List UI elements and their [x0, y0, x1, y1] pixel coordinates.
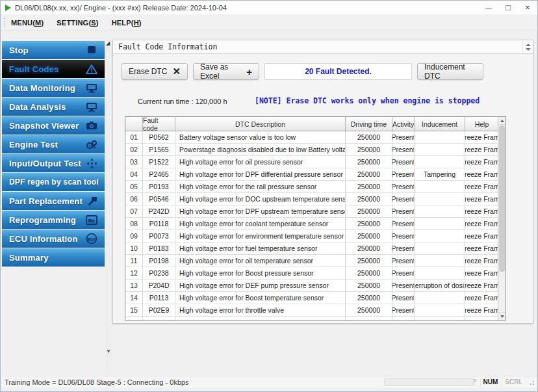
- row-number: 12: [125, 267, 143, 279]
- sidebar-item-reprogramming[interactable]: Reprogramming Re: [2, 211, 105, 229]
- freeze-frame-link[interactable]: Freeze Frame: [465, 131, 498, 143]
- scroll-up-icon[interactable]: [498, 117, 506, 125]
- table-row[interactable]: 06P0546High voltage error for DOC upstre…: [125, 193, 506, 205]
- activity: Present: [392, 131, 415, 143]
- sidebar-item-label: Engine Test: [9, 140, 58, 150]
- activity: Present: [392, 218, 415, 229]
- row-number: 07: [125, 205, 143, 217]
- svg-text:ECU: ECU: [88, 237, 96, 241]
- inducement-dtc-button[interactable]: Inducement DTC: [417, 63, 483, 80]
- table-row[interactable]: 02P1565Powerstage diagnosis disabled due…: [125, 144, 506, 156]
- sidebar-item-data-analysis[interactable]: Data Analysis: [2, 98, 105, 116]
- sidebar-item-stop[interactable]: Stop: [2, 41, 105, 59]
- freeze-frame-link[interactable]: Freeze Frame: [465, 205, 498, 217]
- sidebar-item-ecu-information[interactable]: ECU Information ECU: [2, 229, 105, 248]
- scroll-lock-indicator: SCRL: [502, 378, 525, 386]
- table-row[interactable]: 01P0562Battery voltage sensor value is t…: [125, 131, 506, 144]
- menu-label: MENU(: [11, 19, 35, 27]
- sidebar-item-data-monitoring[interactable]: Data Monitoring: [2, 79, 105, 97]
- table-row[interactable]: 04P2465High voltage error for DPF differ…: [125, 168, 506, 181]
- inducement: [415, 144, 465, 155]
- close-button[interactable]: ✕: [518, 1, 537, 14]
- table-row[interactable]: 11P0198High voltage error for oil temper…: [125, 255, 506, 267]
- activity: Present: [392, 193, 415, 205]
- scrollbar-thumb[interactable]: [499, 125, 505, 272]
- table-row[interactable]: 03P1522High voltage error for oil pressu…: [125, 156, 506, 168]
- maximize-button[interactable]: □: [498, 1, 518, 14]
- activity: Present: [392, 267, 415, 279]
- chevron-down-icon[interactable]: [526, 48, 531, 51]
- table-row[interactable]: 15P02E9High voltage error for throttle v…: [125, 304, 506, 317]
- re-badge-icon: Re: [84, 214, 99, 226]
- erase-dtc-button[interactable]: Erase DTC ✕: [122, 63, 188, 80]
- sidebar-item-dpf-regen[interactable]: DPF regen by scan tool: [2, 173, 105, 191]
- table-scrollbar[interactable]: [498, 117, 506, 320]
- sidebar-item-label: Summary: [9, 253, 49, 263]
- header-fault-code: Fault code: [143, 117, 175, 131]
- freeze-frame-link[interactable]: Freeze Frame: [465, 193, 498, 205]
- freeze-frame-link[interactable]: Freeze Frame: [465, 304, 498, 316]
- camera-icon: [84, 120, 99, 131]
- pane-splitter[interactable]: ◢ ▼: [105, 40, 112, 375]
- sidebar-item-label: Part Replacement: [9, 196, 83, 206]
- fault-code: P0238: [143, 267, 175, 279]
- inducement: Interruption of dosing: [415, 280, 465, 291]
- menu-menu[interactable]: MENU(M): [11, 19, 44, 27]
- panel-scroll-buttons[interactable]: [522, 40, 533, 53]
- inducement: [415, 193, 465, 205]
- sidebar-item-label: DPF regen by scan tool: [9, 177, 99, 187]
- save-as-excel-button[interactable]: Save as Excel +: [193, 63, 259, 80]
- sidebar-item-summary[interactable]: Summary: [2, 248, 105, 267]
- dtc-description: High voltage error for oil temperature s…: [175, 255, 346, 267]
- num-lock-indicator: NUM: [480, 378, 501, 386]
- resize-grip[interactable]: [528, 379, 535, 385]
- pane-pin-icon[interactable]: ◢: [106, 41, 111, 46]
- table-row[interactable]: 09P0073High voltage error for environmen…: [125, 230, 506, 242]
- freeze-frame-link[interactable]: Freeze Frame: [465, 181, 498, 192]
- dtc-description: High voltage error for DEF pump pressure…: [175, 280, 346, 291]
- driving-time: 250000: [346, 205, 392, 217]
- table-row[interactable]: 12P0238High voltage error for Boost pres…: [125, 267, 506, 280]
- freeze-frame-link[interactable]: Freeze Frame: [465, 156, 498, 168]
- freeze-frame-link[interactable]: Freeze Frame: [465, 280, 498, 291]
- inducement: [415, 156, 465, 168]
- freeze-frame-link[interactable]: Freeze Frame: [465, 144, 498, 155]
- fault-code: P0546: [143, 193, 175, 205]
- sidebar-item-fault-codes[interactable]: Fault Codes: [2, 60, 105, 78]
- driving-time: 250000: [346, 292, 392, 304]
- sidebar-item-part-replacement[interactable]: Part Replacement: [2, 192, 105, 210]
- sidebar: Stop Fault Codes Data Monitoring Data An…: [2, 41, 105, 267]
- chevron-down-icon[interactable]: ▼: [106, 349, 111, 354]
- driving-time: 250000: [346, 168, 392, 180]
- sidebar-item-engine-test[interactable]: Engine Test: [2, 135, 105, 153]
- table-row[interactable]: 10P0183High voltage error for fuel tempe…: [125, 242, 506, 255]
- freeze-frame-link[interactable]: Freeze Frame: [465, 218, 498, 229]
- table-row[interactable]: 08P0118High voltage error for coolant te…: [125, 218, 506, 230]
- dtc-description: High voltage error for throttle valve: [175, 304, 346, 316]
- scroll-down-icon[interactable]: [498, 312, 506, 320]
- freeze-frame-link[interactable]: Freeze Frame: [465, 267, 498, 279]
- table-row[interactable]: 07P242DHigh voltage error for DPF upstre…: [125, 205, 506, 218]
- freeze-frame-link[interactable]: Freeze Frame: [465, 230, 498, 242]
- row-number: 13: [125, 280, 143, 291]
- fault-code: P0193: [143, 181, 175, 192]
- freeze-frame-link[interactable]: Freeze Frame: [465, 292, 498, 304]
- chevron-up-icon[interactable]: [526, 44, 531, 46]
- minimize-button[interactable]: —: [479, 1, 498, 14]
- table-row[interactable]: 05P0193High voltage error for the rail p…: [125, 181, 506, 193]
- menu-help[interactable]: HELP(H): [112, 19, 142, 27]
- freeze-frame-link[interactable]: Freeze Frame: [465, 168, 498, 180]
- panel-title-bar: Fault Code Information: [113, 40, 533, 54]
- driving-time: 250000: [346, 230, 392, 242]
- table-row[interactable]: 13P204DHigh voltage error for DEF pump p…: [125, 280, 506, 292]
- menu-setting[interactable]: SETTING(S): [57, 19, 98, 27]
- freeze-frame-link[interactable]: Freeze Frame: [465, 242, 498, 254]
- sidebar-item-snapshot-viewer[interactable]: Snapshot Viewer: [2, 116, 105, 135]
- status-progress: [384, 378, 474, 386]
- fault-code: P2465: [143, 168, 175, 180]
- sidebar-item-label: Fault Codes: [9, 64, 59, 74]
- table-row[interactable]: 14P0113High voltage error for Boost temp…: [125, 292, 506, 304]
- header-activity: Activity: [392, 117, 415, 131]
- freeze-frame-link[interactable]: Freeze Frame: [465, 255, 498, 267]
- sidebar-item-input-output-test[interactable]: Input/Output Test: [2, 154, 105, 172]
